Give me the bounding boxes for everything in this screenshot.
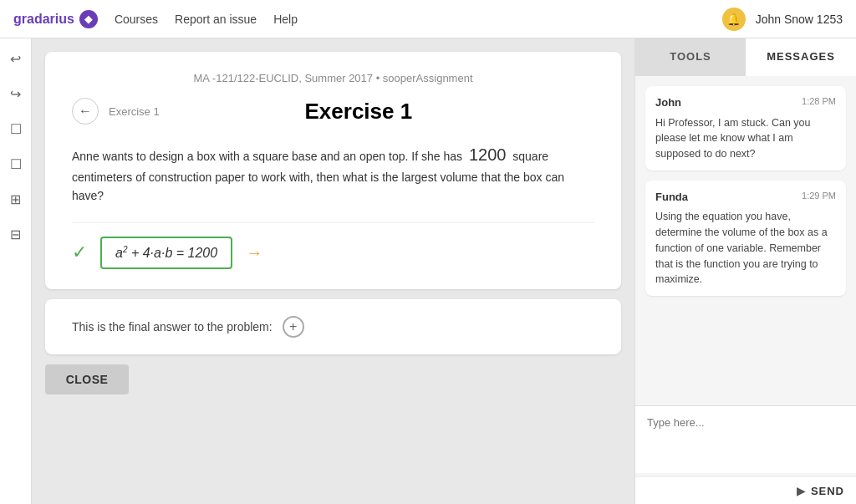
back-button[interactable]: ← — [72, 98, 99, 125]
check-icon: ✓ — [72, 242, 87, 263]
equation-box: a2 + 4·a·b = 1200 — [100, 237, 232, 269]
brand-name: gradarius — [13, 12, 74, 27]
send-icon: ▶ — [797, 484, 806, 497]
equation-row: ✓ a2 + 4·a·b = 1200 → — [72, 237, 594, 269]
msg-text: Using the equation you have, determine t… — [655, 209, 836, 288]
nav-report-issue[interactable]: Report an issue — [175, 13, 257, 26]
close-button[interactable]: CLOSE — [45, 364, 129, 395]
panel-tabs: TOOLS MESSAGES — [635, 38, 856, 76]
message-input[interactable] — [635, 406, 856, 473]
messages-area: John 1:28 PM Hi Professor, I am stuck. C… — [635, 76, 856, 405]
left-toolbar: ↩ ↪ ☐ ☐ ⊞ ⊟ — [0, 38, 32, 504]
answer-label: This is the final answer to the problem: — [72, 320, 273, 333]
notification-bell-icon[interactable]: 🔔 — [722, 8, 746, 31]
msg-text: Hi Professor, I am stuck. Can you please… — [655, 115, 836, 162]
send-button[interactable]: SEND — [811, 485, 844, 497]
exercise-title: Exercise 1 — [160, 99, 594, 125]
brand-icon: ◆ — [79, 10, 98, 28]
send-row: ▶ SEND — [635, 476, 856, 504]
message-bubble: Funda 1:29 PM Using the equation you hav… — [645, 181, 846, 296]
msg-author: John — [655, 94, 681, 111]
exercise-breadcrumb: Exercise 1 — [109, 105, 160, 118]
exercise-subtitle: MA -121/122-EUCLID, Summer 2017 • sooper… — [72, 72, 594, 84]
brand-logo[interactable]: gradarius ◆ — [13, 10, 98, 28]
user-name: John Snow 1253 — [756, 13, 843, 26]
divider — [72, 222, 594, 223]
tab-tools[interactable]: TOOLS — [635, 38, 746, 76]
message-bubble: John 1:28 PM Hi Professor, I am stuck. C… — [645, 86, 846, 171]
nav-help[interactable]: Help — [273, 13, 298, 26]
main-layout: ↩ ↪ ☐ ☐ ⊞ ⊟ MA -121/122-EUCLID, Summer 2… — [0, 38, 856, 504]
center-content: MA -121/122-EUCLID, Summer 2017 • sooper… — [32, 38, 634, 504]
table-icon[interactable]: ⊟ — [4, 222, 28, 246]
top-navigation: gradarius ◆ Courses Report an issue Help… — [0, 0, 856, 38]
answer-card: This is the final answer to the problem:… — [45, 299, 621, 354]
copy-icon[interactable]: ☐ — [4, 117, 28, 140]
tab-messages[interactable]: MESSAGES — [746, 38, 856, 76]
body-before: Anne wants to design a box with a square… — [72, 150, 462, 163]
undo-icon[interactable]: ↩ — [4, 47, 28, 70]
exercise-header: ← Exercise 1 Exercise 1 — [72, 98, 594, 125]
message-header: John 1:28 PM — [655, 94, 836, 111]
close-button-wrapper: CLOSE — [45, 364, 621, 395]
exercise-card: MA -121/122-EUCLID, Summer 2017 • sooper… — [45, 52, 621, 289]
nav-right: 🔔 John Snow 1253 — [722, 8, 843, 31]
redo-icon[interactable]: ↪ — [4, 82, 28, 105]
msg-author: Funda — [655, 189, 688, 206]
paste-icon[interactable]: ☐ — [4, 152, 28, 176]
msg-time: 1:29 PM — [802, 189, 836, 206]
add-answer-button[interactable]: + — [283, 316, 304, 338]
arrow-icon[interactable]: → — [246, 243, 262, 262]
nav-courses[interactable]: Courses — [115, 13, 158, 26]
nav-links: Courses Report an issue Help — [115, 13, 722, 26]
body-number: 1200 — [469, 145, 507, 164]
type-area: ▶ SEND — [635, 405, 856, 504]
message-header: Funda 1:29 PM — [655, 189, 836, 206]
answer-row: This is the final answer to the problem:… — [72, 316, 594, 338]
right-panel: TOOLS MESSAGES John 1:28 PM Hi Professor… — [634, 38, 856, 504]
msg-time: 1:28 PM — [802, 94, 836, 111]
grid-icon[interactable]: ⊞ — [4, 187, 28, 211]
exercise-body: Anne wants to design a box with a square… — [72, 141, 594, 206]
